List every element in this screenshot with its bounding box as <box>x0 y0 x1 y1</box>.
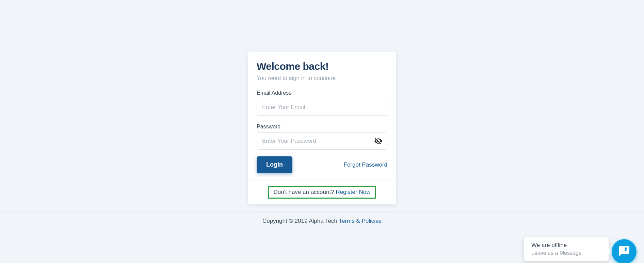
password-label: Password <box>257 124 387 130</box>
register-prompt-text: Don't have an account? <box>274 189 336 195</box>
terms-link[interactable]: Terms & Policies <box>339 218 382 224</box>
login-subtitle: You need to sign in to continue <box>257 75 387 82</box>
chat-button[interactable] <box>612 239 637 263</box>
svg-point-1 <box>624 249 625 251</box>
login-button[interactable]: Login <box>257 156 292 173</box>
login-title: Welcome back! <box>257 61 387 72</box>
page-footer: Copyright © 2019 Alpha Tech Terms & Poli… <box>0 211 644 225</box>
svg-point-0 <box>622 249 623 251</box>
forgot-password-link[interactable]: Forgot Password <box>344 161 388 168</box>
login-card: Welcome back! You need to sign in to con… <box>248 52 396 204</box>
register-link[interactable]: Register Now <box>336 189 370 195</box>
chat-prompt-text: Leave us a Message <box>531 250 601 256</box>
email-label: Email Address <box>257 90 387 96</box>
chat-status-popup: We are offline Leave us a Message <box>524 237 609 261</box>
password-input[interactable] <box>257 133 387 150</box>
chat-status-text: We are offline <box>531 242 601 249</box>
copyright-text: Copyright © 2019 Alpha Tech <box>262 218 339 224</box>
register-prompt-box: Don't have an account? Register Now <box>268 186 376 199</box>
chat-icon <box>618 245 630 259</box>
svg-point-2 <box>626 249 627 251</box>
password-visibility-toggle-icon[interactable] <box>374 137 383 145</box>
email-input[interactable] <box>257 99 387 116</box>
